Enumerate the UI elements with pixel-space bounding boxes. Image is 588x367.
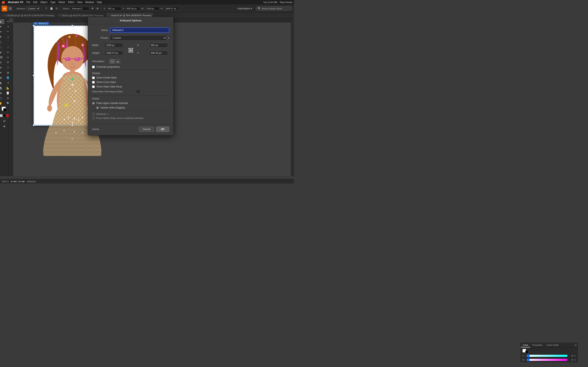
transform-icon-btn[interactable]: ✥ xyxy=(90,7,94,10)
lasso-tool[interactable]: ⌖ xyxy=(4,24,9,29)
menu-type[interactable]: Type xyxy=(50,1,56,4)
rect-tool[interactable]: □ xyxy=(0,45,4,50)
first-artboard-btn[interactable]: ◀◀ xyxy=(13,180,16,183)
modal-preset-select[interactable]: Custom xyxy=(110,35,166,41)
handle-ml[interactable] xyxy=(33,75,35,76)
scissors-tool[interactable]: ✂ xyxy=(4,55,9,60)
shape-builder-tool[interactable]: ⊞ xyxy=(0,75,4,80)
perspective-tool[interactable]: ⊠ xyxy=(4,70,9,75)
update-checkbox[interactable] xyxy=(96,106,99,109)
modal-height-input[interactable] xyxy=(104,51,123,55)
gray-swatch[interactable] xyxy=(0,114,3,117)
anchor-grid[interactable] xyxy=(129,48,133,53)
navigator-tool[interactable]: ⊕ xyxy=(1,124,8,129)
handle-tl[interactable] xyxy=(33,25,35,26)
show-cross-checkbox[interactable] xyxy=(92,81,95,83)
swap-colors[interactable]: ⇄ xyxy=(1,107,3,108)
paintbrush-tool[interactable]: 🖌 xyxy=(0,50,4,55)
live-paint-tool[interactable]: 🪣 xyxy=(4,75,9,80)
rotate-tools: ↻ ⇱ xyxy=(0,60,9,65)
x-input[interactable] xyxy=(107,7,121,10)
selection-tool[interactable]: ▶ xyxy=(0,19,4,24)
change-screen-mode[interactable]: ⊡ xyxy=(1,118,8,123)
artboard-options-modal[interactable]: Artboard Options Name: Preset: Custom ▾ … xyxy=(88,17,173,135)
w-input[interactable] xyxy=(145,7,159,10)
mesh-tool[interactable]: # xyxy=(4,80,9,85)
arc-tool[interactable]: ⌒ xyxy=(4,40,9,44)
gradient-tool[interactable]: ◧ xyxy=(0,80,4,85)
tab-close-janisca[interactable]: ✕ xyxy=(108,14,110,17)
fade-checkbox[interactable] xyxy=(92,102,95,105)
tab-close-cb18[interactable]: ✕ xyxy=(59,14,61,17)
toggle-btn[interactable]: ⊡ xyxy=(55,7,59,10)
artboard-preset-dropdown[interactable]: Custom xyxy=(26,7,40,11)
warp-tools: ≋ ⊹ xyxy=(0,65,9,70)
next-artboard-btn[interactable]: ▶ xyxy=(19,180,21,183)
menu-window[interactable]: Window xyxy=(85,1,94,4)
hand-tool[interactable]: ✋ xyxy=(0,101,4,106)
menu-help[interactable]: Help xyxy=(97,1,102,4)
video-ratio-input[interactable] xyxy=(134,90,140,93)
vertical-type-tool[interactable]: | xyxy=(4,34,9,39)
last-artboard-btn[interactable]: ▶▶ xyxy=(22,180,25,183)
eraser-tool[interactable]: ⌫ xyxy=(0,55,4,60)
search-stock-bar[interactable]: 🔍 Search Adobe Stock xyxy=(256,6,292,11)
artboard-tool[interactable]: ⬡ xyxy=(0,96,4,100)
tab-cb18paint[interactable]: ✕ CB18Paint.ai* @ 66.67% (CMYK/GPU Previ… xyxy=(2,13,56,18)
warp-tool[interactable]: ≋ xyxy=(0,65,4,70)
chart-tool[interactable]: 📊 xyxy=(4,91,9,95)
slice-tool[interactable]: ⊟ xyxy=(4,96,9,100)
scale-tool[interactable]: ⇱ xyxy=(4,60,9,65)
symbol-tool[interactable]: ⊛ xyxy=(0,91,4,95)
pen-tool[interactable]: ✒ xyxy=(0,29,4,34)
menu-object[interactable]: Object xyxy=(40,1,47,4)
menu-edit[interactable]: Edit xyxy=(33,1,37,4)
red-swatch[interactable] xyxy=(6,114,9,117)
show-video-checkbox[interactable] xyxy=(92,85,95,88)
orientation-landscape-btn[interactable]: ▬ xyxy=(115,59,120,63)
modal-name-input[interactable] xyxy=(110,27,169,33)
save-btn[interactable]: 💾 xyxy=(49,7,54,10)
handle-tm[interactable] xyxy=(71,25,73,26)
menu-view[interactable]: View xyxy=(77,1,82,4)
blob-brush-tool[interactable]: ✏ xyxy=(4,50,9,55)
modal-y-input[interactable] xyxy=(149,51,168,55)
menu-effect[interactable]: Effect xyxy=(68,1,74,4)
curvature-tool[interactable]: 〜 xyxy=(4,29,9,34)
type-tool[interactable]: T xyxy=(0,34,4,39)
prev-artboard-btn[interactable]: ◀ xyxy=(11,180,12,183)
menu-select[interactable]: Select xyxy=(58,1,65,4)
new-doc-btn[interactable]: ☐ xyxy=(44,7,48,10)
zoom-control[interactable]: 25% ▾ xyxy=(2,180,9,183)
automation-btn[interactable]: Automation ▾ xyxy=(236,7,254,10)
apple-menu[interactable]: 🍎 xyxy=(2,1,5,4)
tab-close-cb18paint[interactable]: ✕ xyxy=(4,14,5,17)
y-input[interactable] xyxy=(126,7,140,10)
background-color[interactable] xyxy=(3,108,7,111)
modal-x-input[interactable] xyxy=(149,43,168,48)
align-btn[interactable]: ⊞ xyxy=(95,7,99,10)
direct-selection-tool[interactable]: ↖ xyxy=(4,19,9,24)
constrain-checkbox[interactable] xyxy=(92,66,95,68)
measure-tool[interactable]: 📐 xyxy=(4,85,9,90)
show-center-checkbox[interactable] xyxy=(92,76,95,79)
modal-width-input[interactable] xyxy=(104,43,123,48)
black-swatch[interactable] xyxy=(3,114,6,117)
divider-1 xyxy=(92,70,169,70)
line-tool[interactable]: ╲ xyxy=(0,40,4,44)
cancel-button[interactable]: Cancel xyxy=(139,127,154,132)
free-transform-tool[interactable]: ⊹ xyxy=(4,65,9,70)
rotate-tool[interactable]: ↻ xyxy=(0,60,4,65)
ellipse-tool[interactable]: ○ xyxy=(4,45,9,50)
magic-wand-tool[interactable]: ✦ xyxy=(0,24,4,29)
eyedropper-tool[interactable]: 🔬 xyxy=(0,85,4,90)
artboard-name-input[interactable] xyxy=(71,7,89,10)
ok-button[interactable]: OK xyxy=(156,127,169,132)
delete-button[interactable]: Delete xyxy=(92,128,99,131)
puppet-warp-tool[interactable]: ✴ xyxy=(0,70,4,75)
zoom-tool[interactable]: 🔍 xyxy=(4,101,9,106)
menu-file[interactable]: File xyxy=(26,1,30,4)
h-input[interactable] xyxy=(164,7,178,10)
orientation-portrait-btn[interactable]: ▭ xyxy=(110,59,114,63)
svg-point-37 xyxy=(64,104,66,106)
